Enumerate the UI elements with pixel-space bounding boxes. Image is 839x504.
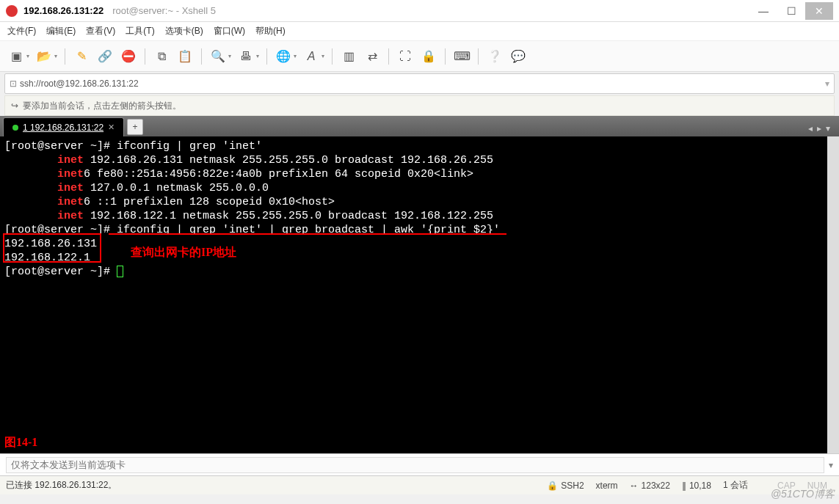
paste-icon[interactable]: 📋	[175, 46, 195, 67]
terminal-line: inet 192.168.122.1 netmask 255.255.255.0…	[4, 209, 823, 223]
status-term: xterm	[596, 481, 618, 491]
open-icon[interactable]: 📂	[34, 46, 54, 67]
tab-session-1[interactable]: 1 192.168.26.131:22 ✕	[3, 117, 124, 136]
menu-bar: 文件(F) 编辑(E) 查看(V) 工具(T) 选项卡(B) 窗口(W) 帮助(…	[0, 22, 839, 41]
toolbar: ▣▾ 📂▾ ✎ 🔗 ⛔ ⧉ 📋 🔍▾ 🖶▾ 🌐▾ A▾ ▥ ⇄ ⛶ 🔒 ⌨ ❔ …	[0, 41, 839, 72]
reconnect-icon[interactable]: 🔗	[95, 46, 115, 67]
tab-close-icon[interactable]: ✕	[108, 123, 115, 132]
terminal-line: [root@server ~]# ifconfig | grep 'inet'	[4, 139, 823, 153]
cursor	[117, 266, 123, 277]
annotation-figure-label: 图14-1	[4, 435, 37, 449]
terminal-line: [root@server ~]#	[4, 265, 823, 279]
dropdown-icon[interactable]: ⊡	[10, 78, 17, 89]
edit-icon[interactable]: ✎	[71, 46, 92, 67]
info-bar: ↪ 要添加当前会话，点击左侧的箭头按钮。	[4, 95, 835, 116]
terminal-line: inet6 ::1 prefixlen 128 scopeid 0x10<hos…	[4, 195, 823, 209]
annotation-label: 查询出网卡的IP地址	[131, 245, 236, 259]
address-bar[interactable]: ⊡ ssh://root@192.168.26.131:22 ▾	[4, 73, 835, 94]
minimize-button[interactable]: —	[749, 2, 777, 20]
send-dropdown-icon[interactable]: ▾	[829, 460, 833, 470]
chat-icon[interactable]: 💬	[508, 46, 529, 67]
title-subtitle: root@server:~ - Xshell 5	[112, 5, 216, 16]
terminal-line: inet6 fe80::251a:4956:822e:4a0b prefixle…	[4, 167, 823, 181]
tab-label: 1 192.168.26.131:22	[23, 123, 103, 133]
print-icon[interactable]: 🖶	[236, 46, 256, 67]
scroll-up-icon[interactable]: ▴	[827, 136, 839, 148]
terminal-line: inet 192.168.26.131 netmask 255.255.255.…	[4, 153, 823, 167]
status-num: NUM	[807, 481, 827, 491]
menu-file[interactable]: 文件(F)	[7, 25, 36, 37]
terminal-line: inet 127.0.0.1 netmask 255.0.0.0	[4, 181, 823, 195]
status-cap: CAP	[777, 481, 796, 491]
status-led-icon	[12, 125, 18, 131]
maximize-button[interactable]: ☐	[777, 2, 805, 20]
annotation-underline	[109, 233, 506, 235]
send-input[interactable]	[6, 457, 824, 473]
tab-strip: 1 192.168.26.131:22 ✕ + ◂ ▸ ▾	[0, 116, 839, 136]
menu-edit[interactable]: 编辑(E)	[46, 25, 76, 37]
globe-icon[interactable]: 🌐	[273, 46, 294, 67]
copy-icon[interactable]: ⧉	[151, 46, 172, 67]
disconnect-icon[interactable]: ⛔	[118, 46, 139, 67]
send-bar: ▾	[0, 453, 839, 475]
fullscreen-icon[interactable]: ⛶	[395, 46, 415, 67]
tab-next-icon[interactable]: ▸	[817, 123, 821, 134]
add-session-icon[interactable]: ↪	[11, 101, 18, 111]
title-address: 192.168.26.131:22	[23, 5, 103, 16]
status-ssh: 🔒 SSH2	[547, 481, 584, 491]
title-bar: 192.168.26.131:22 root@server:~ - Xshell…	[0, 0, 839, 22]
status-sessions: 1 会话	[723, 479, 748, 492]
keyboard-icon[interactable]: ⌨	[451, 46, 472, 67]
find-icon[interactable]: 🔍	[208, 46, 228, 67]
columns-icon[interactable]: ▥	[338, 46, 359, 67]
tab-add-button[interactable]: +	[127, 119, 143, 135]
tab-list-icon[interactable]: ▾	[826, 123, 830, 134]
font-icon[interactable]: A	[301, 46, 322, 67]
app-icon	[6, 5, 18, 17]
transfer-icon[interactable]: ⇄	[362, 46, 382, 67]
new-session-icon[interactable]: ▣	[6, 46, 26, 67]
status-size: ↔ 123x22	[630, 481, 670, 491]
close-button[interactable]: ✕	[805, 2, 833, 20]
tab-prev-icon[interactable]: ◂	[808, 123, 813, 134]
address-url: ssh://root@192.168.26.131:22	[20, 78, 139, 89]
menu-window[interactable]: 窗口(W)	[214, 25, 245, 37]
menu-help[interactable]: 帮助(H)	[255, 25, 286, 37]
annotation-box-ip	[3, 233, 101, 263]
menu-tabs[interactable]: 选项卡(B)	[165, 25, 203, 37]
scroll-down-icon[interactable]: ▾	[827, 442, 839, 453]
status-connection: 已连接 192.168.26.131:22。	[6, 479, 117, 492]
terminal-line: [root@server ~]# ifconfig | grep 'inet' …	[4, 223, 823, 237]
tab-nav: ◂ ▸ ▾	[808, 123, 836, 136]
terminal-line: 192.168.26.131	[4, 237, 823, 251]
status-pos: ‖ 10,18	[682, 481, 711, 491]
help-icon[interactable]: ❔	[484, 46, 505, 67]
address-dropdown-icon[interactable]: ▾	[825, 78, 829, 89]
status-bar: 已连接 192.168.26.131:22。 🔒 SSH2 xterm ↔ 12…	[0, 475, 839, 494]
terminal-line: 192.168.122.1	[4, 251, 823, 265]
menu-tools[interactable]: 工具(T)	[126, 25, 154, 37]
terminal[interactable]: [root@server ~]# ifconfig | grep 'inet' …	[0, 136, 839, 453]
menu-view[interactable]: 查看(V)	[86, 25, 115, 37]
lock-icon[interactable]: 🔒	[418, 46, 439, 67]
info-text: 要添加当前会话，点击左侧的箭头按钮。	[23, 100, 181, 112]
